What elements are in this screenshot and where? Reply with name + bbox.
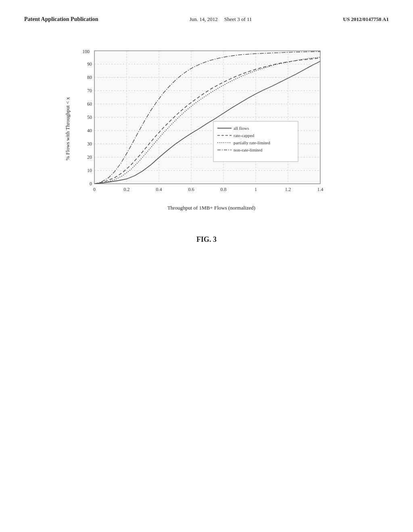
bottom-space xyxy=(24,244,389,405)
chart-svg: 0 10 20 30 40 50 60 70 80 90 100 0 0.2 xyxy=(74,47,348,200)
chart-area: 0 10 20 30 40 50 60 70 80 90 100 0 0.2 xyxy=(74,47,348,211)
legend-rate-capped-label: rate-capped xyxy=(234,133,254,138)
y-tick-30: 30 xyxy=(87,141,92,147)
legend-non-rate-label: non-rate-limited xyxy=(234,148,263,152)
chart-wrapper: % Flows with Throughput < x xyxy=(65,47,348,211)
y-tick-100: 100 xyxy=(82,49,90,54)
x-tick-0.2: 0.2 xyxy=(124,187,130,192)
y-tick-0: 0 xyxy=(90,181,92,187)
y-tick-60: 60 xyxy=(87,101,92,107)
page: Patent Application Publication Jun. 14, … xyxy=(0,0,413,532)
header-center: Jun. 14, 2012 Sheet 3 of 11 xyxy=(190,16,252,23)
y-tick-50: 50 xyxy=(87,114,92,120)
x-tick-1.4: 1.4 xyxy=(317,187,323,192)
y-tick-80: 80 xyxy=(87,75,92,80)
y-tick-20: 20 xyxy=(87,154,92,160)
chart-svg-container: 0 10 20 30 40 50 60 70 80 90 100 0 0.2 xyxy=(74,47,348,202)
figure-label: FIG. 3 xyxy=(24,235,389,244)
x-axis-label: Throughput of 1MB+ Flows (normalized) xyxy=(167,205,255,211)
y-tick-90: 90 xyxy=(87,61,92,67)
x-tick-1: 1 xyxy=(254,187,257,192)
x-tick-0.6: 0.6 xyxy=(188,187,194,192)
y-axis-label: % Flows with Throughput < x xyxy=(65,60,71,197)
x-tick-0.8: 0.8 xyxy=(221,187,227,192)
page-header: Patent Application Publication Jun. 14, … xyxy=(24,16,389,23)
sheet-info: Sheet 3 of 11 xyxy=(224,16,252,22)
publication-date: Jun. 14, 2012 xyxy=(190,16,218,22)
y-tick-40: 40 xyxy=(87,128,92,133)
x-tick-0.4: 0.4 xyxy=(156,187,162,192)
legend-all-flows-label: all flows xyxy=(234,126,249,131)
x-tick-0: 0 xyxy=(93,187,96,192)
patent-number: US 2012/0147758 A1 xyxy=(343,16,389,23)
y-tick-70: 70 xyxy=(87,88,92,94)
y-tick-10: 10 xyxy=(87,168,92,173)
legend-partial-label: partially rate-limited xyxy=(234,140,270,145)
x-tick-1.2: 1.2 xyxy=(285,187,291,192)
chart-container: % Flows with Throughput < x xyxy=(24,47,389,211)
publication-label: Patent Application Publication xyxy=(24,16,98,23)
